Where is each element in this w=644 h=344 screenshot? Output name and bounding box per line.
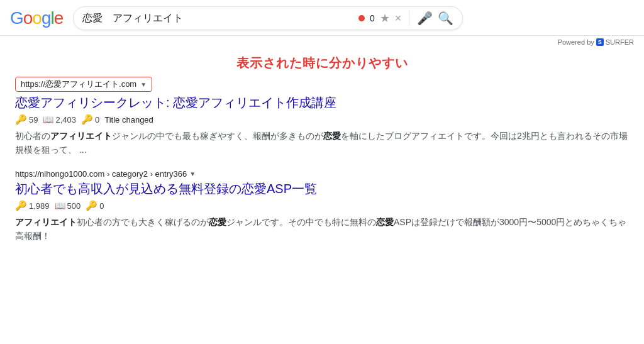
key2-icon: 🔑 (81, 114, 93, 125)
search-button[interactable]: 🔍 (438, 11, 453, 26)
surfer-badge: Powered by S SURFER (558, 38, 634, 46)
close-icon[interactable]: × (395, 12, 402, 25)
result2-key1: 🔑 1,989 (15, 200, 50, 211)
logo-o1: o (23, 8, 33, 28)
key-icon: 🔑 (15, 114, 27, 125)
surfer-logo: S (596, 38, 604, 46)
snippet2-bold1: アフィリエイト (15, 217, 77, 227)
result1-title[interactable]: 恋愛アフィリシークレット: 恋愛アフィリエイト作成講座 (15, 94, 629, 111)
snippet1-bold1: アフィリエイト (50, 131, 112, 141)
search-results: 表示された時に分かりやすい https://恋愛アフィリエイト.com ▼ 恋愛… (0, 47, 644, 265)
result2-title[interactable]: 初心者でも高収入が見込める無料登録の恋愛ASP一覧 (15, 180, 629, 197)
logo-g2: g (42, 8, 51, 28)
powered-label: Powered by (558, 38, 594, 46)
result1-url-text: https://恋愛アフィリエイト.com (21, 79, 136, 90)
logo-o2: o (32, 8, 42, 28)
snippet2-bold2: 恋愛 (209, 217, 226, 227)
search-controls: 0 ★ × (358, 11, 401, 25)
annotation-text: 表示された時に分かりやすい (15, 55, 629, 72)
microphone-icon[interactable]: 🎤 (417, 11, 433, 26)
search-input[interactable]: 恋愛 アフィリエイト (82, 13, 353, 24)
result2-book-count: 500 (67, 201, 81, 211)
powered-by-row: Powered by S SURFER (0, 36, 644, 47)
book2-icon: 📖 (55, 201, 65, 211)
search-result-1: https://恋愛アフィリエイト.com ▼ 恋愛アフィリシークレット: 恋愛… (15, 77, 629, 157)
count-badge: 0 (370, 13, 375, 23)
result2-url-chevron: ▼ (189, 170, 196, 177)
result2-snippet: アフィリエイト初心者の方でも大きく稼げるのが恋愛ジャンルです。その中でも特に無料… (15, 215, 629, 243)
result2-book: 📖 500 (55, 201, 81, 211)
result2-key2-count: 0 (99, 201, 104, 211)
result2-meta: 🔑 1,989 📖 500 🔑 0 (15, 200, 629, 211)
result1-book: 📖 2,403 (43, 114, 76, 125)
search-result-2: https://nihongo1000.com › category2 › en… (15, 169, 629, 243)
search-bar: 恋愛 アフィリエイト 0 ★ × 🎤 🔍 (73, 6, 463, 30)
header: Google 恋愛 アフィリエイト 0 ★ × 🎤 🔍 (0, 0, 644, 36)
title-changed-badge: Title changed (104, 115, 153, 125)
result1-key1: 🔑 59 (15, 114, 38, 125)
snippet1-bold2: 恋愛 (323, 131, 341, 141)
divider (409, 11, 409, 26)
result2-key1-count: 1,989 (29, 201, 50, 211)
snippet2-bold3: 恋愛 (376, 217, 394, 227)
google-logo: Google (10, 8, 63, 28)
url-dropdown-chevron: ▼ (140, 81, 147, 88)
key3-icon: 🔑 (15, 200, 27, 211)
key4-icon: 🔑 (86, 200, 97, 211)
book-icon: 📖 (43, 114, 53, 125)
result1-meta: 🔑 59 📖 2,403 🔑 0 Title changed (15, 114, 629, 125)
result2-key2: 🔑 0 (86, 200, 104, 211)
result1-snippet: 初心者のアフィリエイトジャンルの中でも最も稼ぎやすく、報酬が多きものが恋愛を軸に… (15, 129, 629, 157)
surfer-label: SURFER (606, 38, 634, 46)
record-dot-icon[interactable] (358, 15, 365, 21)
logo-e: e (54, 8, 64, 28)
result1-key1-count: 59 (29, 115, 38, 125)
result1-url-pill[interactable]: https://恋愛アフィリエイト.com ▼ (15, 77, 152, 92)
logo-g: G (10, 8, 23, 28)
star-icon[interactable]: ★ (380, 11, 390, 25)
result2-url-text: https://nihongo1000.com › category2 › en… (15, 169, 187, 179)
result1-book-count: 2,403 (55, 115, 76, 125)
result1-key2-count: 0 (95, 115, 99, 125)
result2-url-row: https://nihongo1000.com › category2 › en… (15, 169, 629, 179)
result1-key2: 🔑 0 (81, 114, 99, 125)
